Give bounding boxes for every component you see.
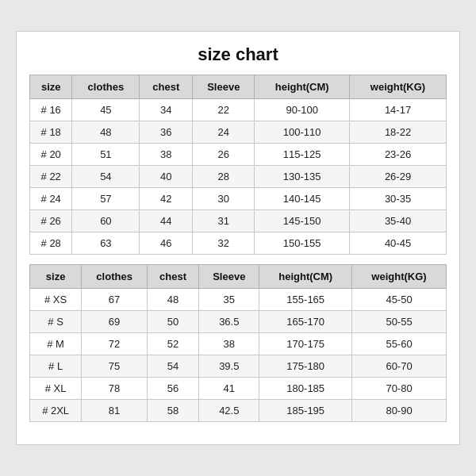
table-cell: 42 — [140, 188, 193, 210]
table-cell: # S — [30, 311, 82, 333]
table-cell: 40-45 — [350, 232, 447, 255]
table-row: # 22544028130-13526-29 — [30, 166, 447, 188]
table-cell: 30 — [193, 188, 255, 210]
table-cell: # 28 — [30, 232, 72, 255]
table-cell: 81 — [82, 400, 148, 422]
table-cell: 23-26 — [350, 144, 447, 166]
table-cell: 44 — [140, 210, 193, 232]
table-cell: 45 — [72, 99, 140, 121]
table-cell: 46 — [140, 232, 193, 255]
table-cell: # 26 — [30, 210, 72, 232]
table-cell: 18-22 — [350, 121, 447, 144]
table2-header-row: size clothes chest Sleeve height(CM) wei… — [30, 265, 447, 289]
table-cell: 36 — [140, 121, 193, 144]
table-cell: 75 — [82, 355, 148, 378]
table-cell: 14-17 — [350, 99, 447, 121]
table-cell: 50 — [147, 311, 198, 333]
table-cell: 38 — [140, 144, 193, 166]
table2-col-sleeve: Sleeve — [199, 265, 259, 289]
table2-col-weight: weight(KG) — [352, 265, 447, 289]
table-row: # 26604431145-15035-40 — [30, 210, 447, 232]
table-cell: # 24 — [30, 188, 72, 210]
table-cell: 150-155 — [255, 232, 350, 255]
table1-col-chest: chest — [140, 75, 193, 99]
table-cell: 26 — [193, 144, 255, 166]
table-cell: # XS — [30, 289, 82, 311]
table-cell: 39.5 — [199, 355, 259, 378]
table-cell: 90-100 — [255, 99, 350, 121]
table2-col-chest: chest — [147, 265, 198, 289]
table-row: # XS674835155-16545-50 — [30, 289, 447, 311]
table-cell: 50-55 — [352, 311, 447, 333]
table-cell: 32 — [193, 232, 255, 255]
size-table-1: size clothes chest Sleeve height(CM) wei… — [29, 75, 447, 255]
table-cell: 52 — [147, 333, 198, 355]
table1-col-size: size — [30, 75, 72, 99]
table-cell: 35-40 — [350, 210, 447, 232]
table-cell: # M — [30, 333, 82, 355]
table-cell: 45-50 — [352, 289, 447, 311]
table-cell: 24 — [193, 121, 255, 144]
table-cell: 57 — [72, 188, 140, 210]
table-cell: 28 — [193, 166, 255, 188]
table-row: # 2XL815842.5185-19580-90 — [30, 400, 447, 422]
table-cell: # 22 — [30, 166, 72, 188]
table-cell: 180-185 — [259, 378, 352, 400]
table-cell: 54 — [72, 166, 140, 188]
table-cell: # L — [30, 355, 82, 378]
table-cell: 55-60 — [352, 333, 447, 355]
table-cell: 42.5 — [199, 400, 259, 422]
table-cell: 40 — [140, 166, 193, 188]
table-cell: 185-195 — [259, 400, 352, 422]
table-cell: 80-90 — [352, 400, 447, 422]
table-cell: 36.5 — [199, 311, 259, 333]
table-cell: 70-80 — [352, 378, 447, 400]
table2-col-height: height(CM) — [259, 265, 352, 289]
table-cell: # 20 — [30, 144, 72, 166]
table-cell: 72 — [82, 333, 148, 355]
table-cell: 26-29 — [350, 166, 447, 188]
table-cell: 31 — [193, 210, 255, 232]
table-cell: 41 — [199, 378, 259, 400]
table-row: # 18483624100-11018-22 — [30, 121, 447, 144]
size-chart-card: size chart size clothes chest Sleeve hei… — [16, 31, 460, 445]
table-cell: 48 — [72, 121, 140, 144]
table-cell: 145-150 — [255, 210, 350, 232]
table-row: # 1645342290-10014-17 — [30, 99, 447, 121]
table-row: # S695036.5165-17050-55 — [30, 311, 447, 333]
table-cell: 170-175 — [259, 333, 352, 355]
table-cell: 38 — [199, 333, 259, 355]
table-cell: 60-70 — [352, 355, 447, 378]
page-title: size chart — [29, 44, 447, 65]
table-cell: # 16 — [30, 99, 72, 121]
table-cell: 140-145 — [255, 188, 350, 210]
table-row: # L755439.5175-18060-70 — [30, 355, 447, 378]
table-cell: 155-165 — [259, 289, 352, 311]
table1-header-row: size clothes chest Sleeve height(CM) wei… — [30, 75, 447, 99]
table-cell: 69 — [82, 311, 148, 333]
table-cell: 63 — [72, 232, 140, 255]
size-table-2: size clothes chest Sleeve height(CM) wei… — [29, 264, 447, 422]
table-cell: 48 — [147, 289, 198, 311]
table-cell: 60 — [72, 210, 140, 232]
table-cell: 34 — [140, 99, 193, 121]
table1-col-sleeve: Sleeve — [193, 75, 255, 99]
table-cell: 67 — [82, 289, 148, 311]
table-cell: 56 — [147, 378, 198, 400]
table-cell: 130-135 — [255, 166, 350, 188]
table-cell: 54 — [147, 355, 198, 378]
table-cell: 115-125 — [255, 144, 350, 166]
table-cell: # 18 — [30, 121, 72, 144]
table-cell: 35 — [199, 289, 259, 311]
table-row: # M725238170-17555-60 — [30, 333, 447, 355]
table-row: # 24574230140-14530-35 — [30, 188, 447, 210]
table2-col-size: size — [30, 265, 82, 289]
table-cell: 22 — [193, 99, 255, 121]
table1-col-weight: weight(KG) — [350, 75, 447, 99]
table-cell: 100-110 — [255, 121, 350, 144]
table1-col-clothes: clothes — [72, 75, 140, 99]
table-cell: 58 — [147, 400, 198, 422]
table-cell: 51 — [72, 144, 140, 166]
table-cell: # XL — [30, 378, 82, 400]
table-cell: 165-170 — [259, 311, 352, 333]
